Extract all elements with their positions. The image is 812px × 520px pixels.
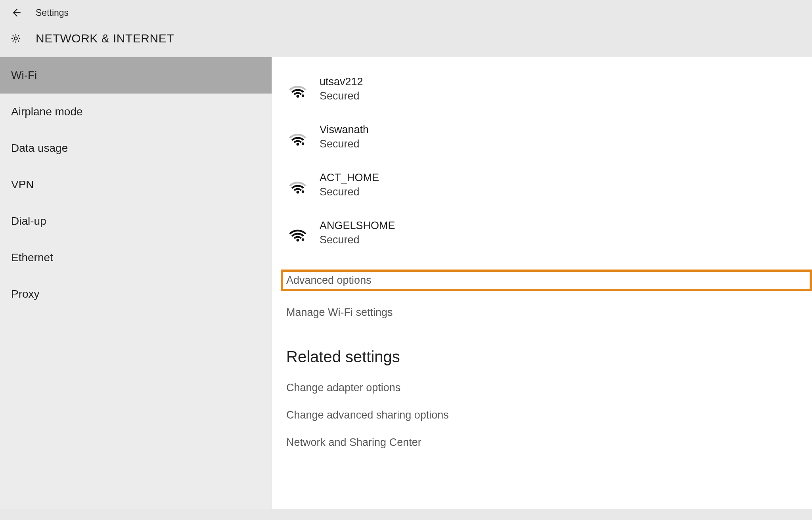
sidebar-item-dialup[interactable]: Dial-up [0,203,272,239]
wifi-network-item[interactable]: Viswanath Secured [286,122,812,151]
sidebar-item-label: VPN [11,178,34,191]
main-panel: utsav212 Secured Viswanath Secured A [272,57,812,509]
network-and-sharing-center-link[interactable]: Network and Sharing Center [286,436,812,449]
sidebar-item-label: Proxy [11,288,40,300]
sidebar-item-label: Data usage [11,142,68,154]
wifi-network-item[interactable]: ACT_HOME Secured [286,170,812,199]
related-settings-heading: Related settings [286,348,812,366]
header-bar: Settings [0,0,812,29]
network-name: ANGELSHOME [320,218,395,233]
svg-point-4 [297,143,299,146]
wifi-secured-icon [286,174,309,195]
sidebar-item-label: Ethernet [11,251,53,264]
change-advanced-sharing-link[interactable]: Change advanced sharing options [286,409,812,421]
svg-point-8 [297,239,299,242]
network-name: Viswanath [320,122,369,137]
sidebar-item-wifi[interactable]: Wi-Fi [0,57,272,94]
svg-point-3 [302,95,304,97]
wifi-network-item[interactable]: utsav212 Secured [286,75,812,103]
network-status: Secured [320,137,369,151]
sidebar-item-proxy[interactable]: Proxy [0,276,272,312]
svg-point-5 [302,143,304,145]
sidebar-item-label: Airplane mode [11,105,83,118]
network-name: utsav212 [320,75,363,89]
wifi-secured-icon [286,78,309,99]
app-title: Settings [36,8,69,18]
wifi-secured-icon [286,222,309,243]
network-status: Secured [320,185,379,199]
network-name: ACT_HOME [320,170,379,185]
gear-icon [10,33,21,44]
sidebar-item-data-usage[interactable]: Data usage [0,130,272,166]
settings-sidebar: Wi-Fi Airplane mode Data usage VPN Dial-… [0,57,272,509]
change-adapter-options-link[interactable]: Change adapter options [286,382,812,394]
network-status: Secured [320,233,395,247]
svg-point-2 [297,95,299,98]
sidebar-item-label: Dial-up [11,215,46,227]
category-header: NETWORK & INTERNET [0,29,812,57]
svg-point-1 [14,37,17,40]
svg-point-7 [302,190,304,193]
svg-point-6 [297,191,299,194]
sidebar-item-label: Wi-Fi [11,69,37,81]
svg-point-9 [302,238,304,241]
network-status: Secured [320,89,363,103]
sidebar-item-ethernet[interactable]: Ethernet [0,239,272,276]
wifi-network-list: utsav212 Secured Viswanath Secured A [286,75,812,247]
category-title: NETWORK & INTERNET [36,32,174,45]
sidebar-item-airplane[interactable]: Airplane mode [0,94,272,130]
wifi-network-item[interactable]: ANGELSHOME Secured [286,218,812,247]
wifi-secured-icon [286,126,309,147]
sidebar-item-vpn[interactable]: VPN [0,166,272,203]
advanced-options-link[interactable]: Advanced options [281,270,812,291]
back-arrow-icon[interactable] [10,7,21,18]
manage-wifi-settings-link[interactable]: Manage Wi-Fi settings [286,306,812,319]
